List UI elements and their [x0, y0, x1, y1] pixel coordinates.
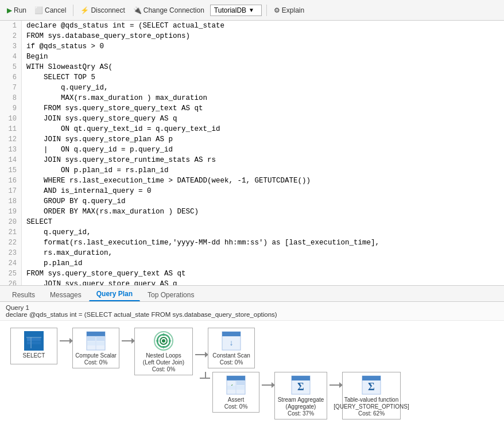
line-content: rs.max_duration, [22, 248, 113, 258]
horiz-line [200, 378, 210, 379]
svg-text:Σ: Σ [368, 381, 375, 393]
query-label: Query 1 [6, 304, 29, 311]
code-line-2: 2FROM sys.database_query_store_options) [0, 31, 504, 41]
line-number: 6 [0, 72, 22, 83]
line-content: JOIN sys.query_store_query AS q [22, 114, 177, 124]
disconnect-icon: ⚡ [80, 6, 89, 14]
nested-cost: Cost: 0% [152, 366, 176, 372]
svg-rect-28 [227, 376, 245, 380]
line-number: 19 [0, 207, 22, 217]
plan-diagram: SELECT [0, 321, 504, 436]
line-content: q.query_id, [22, 83, 108, 93]
bottom-row: ✓ Assert Cost: 0% [195, 372, 403, 419]
plan-node-tvf: Σ Table-valued function[QUERY_STORE_OPTI… [340, 372, 403, 419]
code-line-15: 15 ON p.plan_id = rs.plan_id [0, 165, 504, 176]
explain-icon: ⚙ [274, 6, 280, 14]
line-content: q.query_id, [22, 227, 91, 238]
line-content: JOIN sys.query_store_query AS q [22, 279, 177, 286]
svg-rect-25 [222, 332, 241, 336]
svg-rect-14 [87, 341, 95, 345]
svg-text:Σ: Σ [297, 381, 304, 393]
compute-icon [86, 331, 106, 351]
line-content: SELECT [22, 217, 52, 227]
stream-agg-icon: Σ [290, 375, 311, 395]
svg-rect-7 [32, 341, 41, 344]
code-line-13: 13 | ON q.query_id = p.query_id [0, 145, 504, 155]
stream-cost: Cost: 37% [288, 410, 314, 417]
database-dropdown[interactable]: TutorialDB ▼ [210, 5, 262, 16]
line-number: 12 [0, 134, 22, 145]
separator2 [266, 5, 267, 16]
plan-node-select: SELECT [8, 328, 60, 364]
line-content: SELECT TOP 5 [22, 72, 95, 83]
code-line-20: 20SELECT [0, 217, 504, 227]
svg-rect-5 [32, 338, 41, 341]
line-number: 26 [0, 279, 22, 286]
explain-button[interactable]: ⚙ Explain [272, 5, 307, 15]
line-content: FROM sys.query_store_query_text AS qt [22, 269, 186, 279]
line-number: 25 [0, 269, 22, 279]
svg-rect-6 [27, 341, 30, 344]
tab-query-plan[interactable]: Query Plan [89, 287, 140, 301]
code-line-22: 22 format(rs.last_execution_time,'yyyy-M… [0, 238, 504, 248]
nested-loops-icon [153, 331, 174, 351]
line-content: ORDER BY MAX(rs.max_duration ) DESC) [22, 207, 199, 217]
tvf-label: Table-valued function[QUERY_STORE_OPTION… [334, 397, 409, 410]
plan-node-nested: Nested Loops(Left Outer Join) Cost: 0% [132, 328, 195, 375]
line-number: 17 [0, 186, 22, 196]
disconnect-button[interactable]: ⚡ Disconnect [78, 5, 127, 15]
stream-label: Stream Aggregate(Aggregate) [278, 397, 324, 410]
sql-editor[interactable]: 1declare @qds_status int = (SELECT actua… [0, 21, 504, 286]
connector6 [329, 372, 340, 386]
query-text: declare @qds_status int = (SELECT actual… [6, 311, 277, 318]
tab-top-operations[interactable]: Top Operations [140, 288, 201, 301]
line-number: 5 [0, 62, 22, 72]
select-icon [24, 331, 44, 351]
line-number: 10 [0, 114, 22, 124]
svg-point-23 [162, 339, 165, 343]
run-button[interactable]: ▶ Run [5, 5, 29, 15]
results-pane: Query 1 declare @qds_status int = (SELEC… [0, 302, 504, 439]
line-content: p.plan_id [22, 258, 83, 269]
svg-rect-39 [362, 376, 381, 380]
plan-node-assert: ✓ Assert Cost: 0% [210, 372, 262, 413]
line-number: 21 [0, 227, 22, 238]
toolbar: ▶ Run ⬜ Cancel ⚡ Disconnect 🔌 Change Con… [0, 0, 504, 21]
code-line-19: 19 ORDER BY MAX(rs.max_duration ) DESC) [0, 207, 504, 217]
separator [73, 5, 73, 16]
plan-branches: ↓ Constant Scan Cost: 0% [195, 328, 403, 419]
code-line-25: 25FROM sys.query_store_query_text AS qt [0, 269, 504, 279]
code-line-16: 16 WHERE rs.last_execution_time > DATEAD… [0, 176, 504, 186]
change-connection-button[interactable]: 🔌 Change Connection [131, 5, 207, 15]
svg-rect-4 [27, 338, 30, 341]
code-line-6: 6 SELECT TOP 5 [0, 72, 504, 83]
bottom-tabs: ResultsMessagesQuery PlanTop Operations [0, 286, 504, 302]
line-number: 1 [0, 21, 22, 31]
compute-cost: Cost: 0% [84, 359, 108, 366]
svg-rect-34 [237, 386, 245, 390]
connector1 [60, 328, 70, 341]
assert-icon: ✓ [226, 375, 246, 395]
line-number: 16 [0, 176, 22, 186]
code-line-18: 18 GROUP BY q.query_id [0, 196, 504, 207]
code-line-12: 12 JOIN sys.query_store_plan AS p [0, 134, 504, 145]
code-line-14: 14 JOIN sys.query_store_runtime_stats AS… [0, 155, 504, 165]
line-content: declare @qds_status int = (SELECT actual… [22, 21, 224, 31]
vert-line1 [205, 372, 206, 378]
cancel-icon: ⬜ [34, 6, 43, 14]
code-line-21: 21 q.query_id, [0, 227, 504, 238]
line-number: 2 [0, 31, 22, 41]
line-number: 22 [0, 238, 22, 248]
line-number: 7 [0, 83, 22, 93]
line-number: 15 [0, 165, 22, 176]
tvf-icon: Σ [361, 375, 382, 395]
line-content: FROM sys.database_query_store_options) [22, 31, 190, 41]
svg-rect-12 [87, 337, 95, 341]
cancel-button[interactable]: ⬜ Cancel [32, 5, 68, 15]
plan-node-compute: Compute Scalar Cost: 0% [70, 328, 122, 368]
top-branch: ↓ Constant Scan Cost: 0% [195, 328, 257, 368]
query-info: Query 1 declare @qds_status int = (SELEC… [0, 302, 504, 321]
tab-messages[interactable]: Messages [42, 288, 89, 301]
tab-results[interactable]: Results [5, 288, 42, 301]
line-content: format(rs.last_execution_time,'yyyy-MM-d… [22, 238, 379, 248]
